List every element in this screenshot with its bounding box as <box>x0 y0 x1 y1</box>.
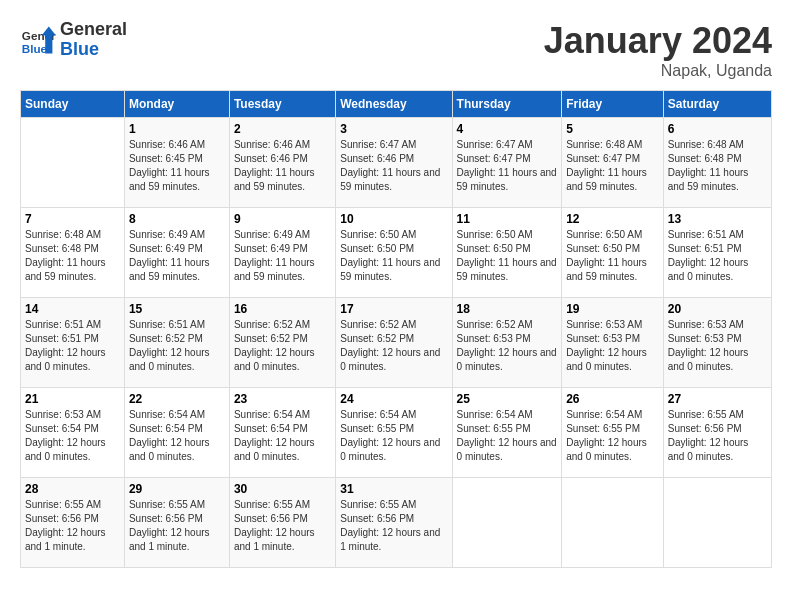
calendar-day-cell: 14Sunrise: 6:51 AM Sunset: 6:51 PM Dayli… <box>21 298 125 388</box>
calendar-week-row: 1Sunrise: 6:46 AM Sunset: 6:45 PM Daylig… <box>21 118 772 208</box>
day-info: Sunrise: 6:51 AM Sunset: 6:51 PM Dayligh… <box>25 318 120 374</box>
day-info: Sunrise: 6:55 AM Sunset: 6:56 PM Dayligh… <box>129 498 225 554</box>
calendar-day-cell: 24Sunrise: 6:54 AM Sunset: 6:55 PM Dayli… <box>336 388 452 478</box>
day-info: Sunrise: 6:51 AM Sunset: 6:51 PM Dayligh… <box>668 228 767 284</box>
day-info: Sunrise: 6:48 AM Sunset: 6:47 PM Dayligh… <box>566 138 659 194</box>
day-info: Sunrise: 6:50 AM Sunset: 6:50 PM Dayligh… <box>340 228 447 284</box>
calendar-day-cell: 5Sunrise: 6:48 AM Sunset: 6:47 PM Daylig… <box>562 118 664 208</box>
day-number: 8 <box>129 212 225 226</box>
day-number: 4 <box>457 122 558 136</box>
day-of-week-header: Sunday <box>21 91 125 118</box>
calendar-day-cell: 25Sunrise: 6:54 AM Sunset: 6:55 PM Dayli… <box>452 388 562 478</box>
day-number: 31 <box>340 482 447 496</box>
day-number: 29 <box>129 482 225 496</box>
day-info: Sunrise: 6:51 AM Sunset: 6:52 PM Dayligh… <box>129 318 225 374</box>
calendar-day-cell <box>21 118 125 208</box>
calendar-day-cell: 9Sunrise: 6:49 AM Sunset: 6:49 PM Daylig… <box>229 208 335 298</box>
calendar-day-cell: 21Sunrise: 6:53 AM Sunset: 6:54 PM Dayli… <box>21 388 125 478</box>
day-info: Sunrise: 6:54 AM Sunset: 6:55 PM Dayligh… <box>566 408 659 464</box>
calendar-day-cell: 28Sunrise: 6:55 AM Sunset: 6:56 PM Dayli… <box>21 478 125 568</box>
calendar-day-cell: 18Sunrise: 6:52 AM Sunset: 6:53 PM Dayli… <box>452 298 562 388</box>
logo: General Blue General Blue <box>20 20 127 60</box>
day-info: Sunrise: 6:55 AM Sunset: 6:56 PM Dayligh… <box>668 408 767 464</box>
day-info: Sunrise: 6:48 AM Sunset: 6:48 PM Dayligh… <box>25 228 120 284</box>
day-number: 9 <box>234 212 331 226</box>
day-number: 11 <box>457 212 558 226</box>
calendar-day-cell: 1Sunrise: 6:46 AM Sunset: 6:45 PM Daylig… <box>124 118 229 208</box>
calendar-day-cell: 30Sunrise: 6:55 AM Sunset: 6:56 PM Dayli… <box>229 478 335 568</box>
day-info: Sunrise: 6:54 AM Sunset: 6:54 PM Dayligh… <box>234 408 331 464</box>
day-number: 6 <box>668 122 767 136</box>
day-number: 21 <box>25 392 120 406</box>
calendar-day-cell: 7Sunrise: 6:48 AM Sunset: 6:48 PM Daylig… <box>21 208 125 298</box>
calendar-week-row: 14Sunrise: 6:51 AM Sunset: 6:51 PM Dayli… <box>21 298 772 388</box>
day-of-week-header: Saturday <box>663 91 771 118</box>
calendar-day-cell: 8Sunrise: 6:49 AM Sunset: 6:49 PM Daylig… <box>124 208 229 298</box>
calendar-week-row: 7Sunrise: 6:48 AM Sunset: 6:48 PM Daylig… <box>21 208 772 298</box>
logo-text-general: General <box>60 20 127 40</box>
calendar-day-cell: 4Sunrise: 6:47 AM Sunset: 6:47 PM Daylig… <box>452 118 562 208</box>
logo-icon: General Blue <box>20 22 56 58</box>
day-number: 30 <box>234 482 331 496</box>
day-info: Sunrise: 6:52 AM Sunset: 6:52 PM Dayligh… <box>340 318 447 374</box>
calendar-day-cell <box>663 478 771 568</box>
day-of-week-header: Monday <box>124 91 229 118</box>
logo-text-blue: Blue <box>60 40 127 60</box>
calendar-day-cell: 23Sunrise: 6:54 AM Sunset: 6:54 PM Dayli… <box>229 388 335 478</box>
day-number: 12 <box>566 212 659 226</box>
calendar-day-cell <box>562 478 664 568</box>
day-number: 3 <box>340 122 447 136</box>
day-number: 5 <box>566 122 659 136</box>
day-info: Sunrise: 6:52 AM Sunset: 6:52 PM Dayligh… <box>234 318 331 374</box>
svg-text:Blue: Blue <box>22 41 48 54</box>
day-info: Sunrise: 6:54 AM Sunset: 6:55 PM Dayligh… <box>340 408 447 464</box>
day-info: Sunrise: 6:54 AM Sunset: 6:55 PM Dayligh… <box>457 408 558 464</box>
calendar-day-cell: 27Sunrise: 6:55 AM Sunset: 6:56 PM Dayli… <box>663 388 771 478</box>
day-info: Sunrise: 6:55 AM Sunset: 6:56 PM Dayligh… <box>234 498 331 554</box>
day-number: 19 <box>566 302 659 316</box>
day-info: Sunrise: 6:47 AM Sunset: 6:47 PM Dayligh… <box>457 138 558 194</box>
day-of-week-header: Thursday <box>452 91 562 118</box>
calendar-header-row: SundayMondayTuesdayWednesdayThursdayFrid… <box>21 91 772 118</box>
day-info: Sunrise: 6:48 AM Sunset: 6:48 PM Dayligh… <box>668 138 767 194</box>
calendar-day-cell: 11Sunrise: 6:50 AM Sunset: 6:50 PM Dayli… <box>452 208 562 298</box>
calendar-day-cell: 3Sunrise: 6:47 AM Sunset: 6:46 PM Daylig… <box>336 118 452 208</box>
day-info: Sunrise: 6:55 AM Sunset: 6:56 PM Dayligh… <box>340 498 447 554</box>
day-info: Sunrise: 6:46 AM Sunset: 6:46 PM Dayligh… <box>234 138 331 194</box>
day-info: Sunrise: 6:53 AM Sunset: 6:53 PM Dayligh… <box>668 318 767 374</box>
calendar-day-cell: 16Sunrise: 6:52 AM Sunset: 6:52 PM Dayli… <box>229 298 335 388</box>
day-number: 7 <box>25 212 120 226</box>
day-number: 24 <box>340 392 447 406</box>
day-number: 20 <box>668 302 767 316</box>
day-number: 14 <box>25 302 120 316</box>
day-number: 10 <box>340 212 447 226</box>
day-number: 28 <box>25 482 120 496</box>
month-title: January 2024 <box>544 20 772 62</box>
calendar-day-cell: 2Sunrise: 6:46 AM Sunset: 6:46 PM Daylig… <box>229 118 335 208</box>
day-info: Sunrise: 6:46 AM Sunset: 6:45 PM Dayligh… <box>129 138 225 194</box>
day-info: Sunrise: 6:49 AM Sunset: 6:49 PM Dayligh… <box>234 228 331 284</box>
title-block: January 2024 Napak, Uganda <box>544 20 772 80</box>
page-header: General Blue General Blue January 2024 N… <box>20 20 772 80</box>
day-info: Sunrise: 6:50 AM Sunset: 6:50 PM Dayligh… <box>457 228 558 284</box>
calendar-day-cell: 12Sunrise: 6:50 AM Sunset: 6:50 PM Dayli… <box>562 208 664 298</box>
day-info: Sunrise: 6:49 AM Sunset: 6:49 PM Dayligh… <box>129 228 225 284</box>
location: Napak, Uganda <box>544 62 772 80</box>
day-number: 13 <box>668 212 767 226</box>
day-info: Sunrise: 6:54 AM Sunset: 6:54 PM Dayligh… <box>129 408 225 464</box>
day-number: 22 <box>129 392 225 406</box>
day-number: 17 <box>340 302 447 316</box>
day-number: 26 <box>566 392 659 406</box>
day-info: Sunrise: 6:50 AM Sunset: 6:50 PM Dayligh… <box>566 228 659 284</box>
day-info: Sunrise: 6:47 AM Sunset: 6:46 PM Dayligh… <box>340 138 447 194</box>
calendar-week-row: 21Sunrise: 6:53 AM Sunset: 6:54 PM Dayli… <box>21 388 772 478</box>
day-number: 2 <box>234 122 331 136</box>
calendar-day-cell: 20Sunrise: 6:53 AM Sunset: 6:53 PM Dayli… <box>663 298 771 388</box>
calendar-day-cell: 31Sunrise: 6:55 AM Sunset: 6:56 PM Dayli… <box>336 478 452 568</box>
calendar-day-cell: 26Sunrise: 6:54 AM Sunset: 6:55 PM Dayli… <box>562 388 664 478</box>
calendar-day-cell: 29Sunrise: 6:55 AM Sunset: 6:56 PM Dayli… <box>124 478 229 568</box>
calendar-day-cell: 13Sunrise: 6:51 AM Sunset: 6:51 PM Dayli… <box>663 208 771 298</box>
day-number: 23 <box>234 392 331 406</box>
day-number: 16 <box>234 302 331 316</box>
day-of-week-header: Friday <box>562 91 664 118</box>
